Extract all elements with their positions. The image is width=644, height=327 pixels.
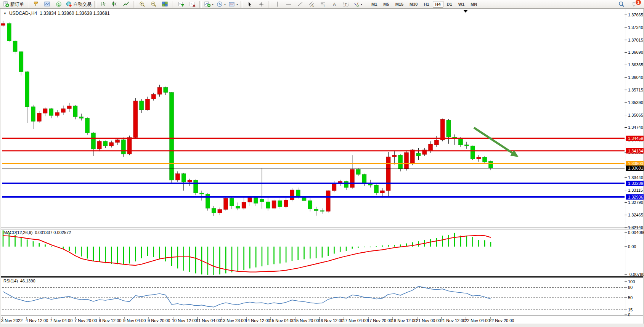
zoom-in-icon (139, 1, 145, 7)
line-chart-button[interactable] (120, 0, 132, 8)
svg-text:17 Nov 20:00: 17 Nov 20:00 (367, 318, 392, 323)
trendline-button[interactable] (294, 0, 306, 8)
svg-text:4 Nov 12:00: 4 Nov 12:00 (26, 318, 48, 323)
svg-text:10 Nov 12:00: 10 Nov 12:00 (172, 318, 197, 323)
new-order-button[interactable]: 新订单 (2, 0, 26, 8)
cursor-button[interactable] (244, 0, 255, 8)
chevron-down-icon: ▾ (212, 3, 214, 6)
templates-button[interactable]: ▾ (227, 0, 239, 8)
svg-text:0.004066: 0.004066 (628, 230, 644, 235)
svg-text:1.37340: 1.37340 (628, 25, 643, 30)
svg-text:1.32936: 1.32936 (628, 195, 643, 199)
vline-icon (274, 1, 280, 7)
tile-windows-button[interactable] (159, 0, 171, 8)
auto-scroll-icon (178, 1, 184, 7)
bar-chart-icon (100, 1, 106, 7)
svg-text:11 Nov 04:00: 11 Nov 04:00 (196, 318, 221, 323)
rsi-value: 46.1390 (20, 279, 35, 283)
svg-text:1.33115: 1.33115 (628, 188, 643, 192)
autotrade-icon (66, 1, 72, 7)
zoom-out-button[interactable] (148, 0, 159, 8)
text-button[interactable]: A (329, 0, 340, 8)
svg-text:E: E (313, 5, 315, 7)
svg-text:0.00: 0.00 (628, 244, 636, 249)
svg-text:15 Nov 04:00: 15 Nov 04:00 (270, 318, 294, 323)
zoom-in-button[interactable] (137, 0, 148, 8)
svg-text:F: F (324, 5, 325, 7)
timeframe-m5-button[interactable]: M5 (381, 1, 392, 8)
svg-text:1.33440: 1.33440 (628, 175, 643, 180)
chart-shift-button[interactable] (187, 0, 198, 8)
svg-text:8 Nov 12:00: 8 Nov 12:00 (99, 318, 121, 323)
periods-button[interactable]: ▾ (215, 0, 227, 8)
line-chart-icon (123, 1, 129, 7)
shapes-button[interactable]: ▾ (352, 0, 364, 8)
svg-text:1.34740: 1.34740 (628, 125, 643, 130)
templates-icon (229, 1, 235, 7)
fibo-button[interactable]: F (317, 0, 329, 8)
svg-text:18 Nov 12:00: 18 Nov 12:00 (392, 318, 416, 323)
toolbar-separator (172, 1, 174, 8)
toolbar: 新订单自动交易▾▾▾EFAT▾M1M5M15M30H1H4D1W1MN1 (0, 0, 644, 9)
new-chart-button[interactable]: ▾ (203, 0, 215, 8)
svg-text:1.35715: 1.35715 (628, 88, 643, 92)
svg-text:7 Nov 20:00: 7 Nov 20:00 (74, 318, 97, 323)
sound-icon (56, 1, 62, 7)
svg-text:22 Nov 20:00: 22 Nov 20:00 (489, 318, 514, 323)
timeframe-w1-button[interactable]: W1 (456, 1, 467, 8)
svg-text:1.33681: 1.33681 (628, 166, 643, 170)
search-button[interactable] (616, 0, 627, 8)
timeframe-h4-button[interactable]: H4 (433, 1, 443, 8)
timeframe-m30-button[interactable]: M30 (407, 1, 420, 8)
macd-indicator-label: MACD(12,26,9) 0.001337 0.002572 (3, 230, 71, 235)
channel-button[interactable]: E (306, 0, 317, 8)
chart-title: ▼ USDCAD-,H4 1.33834 1.33860 1.33638 1.3… (3, 11, 110, 16)
svg-text:80: 80 (628, 285, 633, 290)
sound-button[interactable] (53, 0, 64, 8)
candlestick-icon (112, 1, 118, 7)
charts-window-button[interactable] (42, 0, 53, 8)
toolbar-separator (133, 1, 135, 8)
timeframe-m15-button[interactable]: M15 (393, 1, 406, 8)
fibo-icon: F (320, 1, 326, 7)
svg-text:T: T (345, 3, 347, 6)
timeframe-h1-button[interactable]: H1 (421, 1, 432, 8)
toolbar-separator (27, 1, 29, 8)
funnel-button[interactable] (30, 0, 42, 8)
timeframe-mn-button[interactable]: MN (468, 1, 480, 8)
crosshair-button[interactable] (255, 0, 267, 8)
symbol-dropdown-icon[interactable]: ▼ (3, 12, 6, 15)
bar-chart-button[interactable] (98, 0, 109, 8)
autotrade-button[interactable]: 自动交易 (64, 0, 93, 8)
macd-values: 0.001337 0.002572 (35, 230, 71, 235)
toolbar-separator (365, 1, 367, 8)
toolbar-separator (199, 1, 202, 8)
macd-name: MACD(12,26,9) (3, 230, 32, 235)
toolbar-separator (268, 1, 270, 8)
svg-text:1.32465: 1.32465 (628, 213, 643, 217)
timeframe-d1-button[interactable]: D1 (444, 1, 455, 8)
auto-scroll-button[interactable] (175, 0, 187, 8)
svg-text:1.35390: 1.35390 (628, 100, 643, 105)
zoom-out-icon (151, 1, 157, 7)
timeframe-m1-button[interactable]: M1 (369, 1, 380, 8)
chevron-down-icon: ▾ (236, 3, 238, 6)
chart-canvas[interactable]: 1.376651.373401.370151.366901.363651.360… (0, 0, 644, 327)
chat-button[interactable]: 1 (630, 0, 641, 8)
svg-text:1.34134: 1.34134 (628, 149, 643, 153)
label-icon: T (343, 1, 349, 7)
vline-button[interactable] (271, 0, 283, 8)
new-chart-icon (204, 1, 210, 7)
charts-window-icon (44, 1, 50, 7)
svg-text:1.36690: 1.36690 (628, 50, 643, 54)
svg-text:22 Nov 04:00: 22 Nov 04:00 (465, 318, 490, 323)
candlestick-button[interactable] (109, 0, 120, 8)
toolbar-right-group: 1 (616, 0, 644, 8)
svg-text:1.33289: 1.33289 (628, 181, 643, 186)
label-button[interactable]: T (340, 0, 352, 8)
cursor-icon (247, 1, 253, 7)
svg-text:100: 100 (628, 279, 635, 284)
hline-button[interactable] (283, 0, 294, 8)
trendline-icon (297, 1, 303, 7)
svg-text:1.35065: 1.35065 (628, 113, 643, 117)
